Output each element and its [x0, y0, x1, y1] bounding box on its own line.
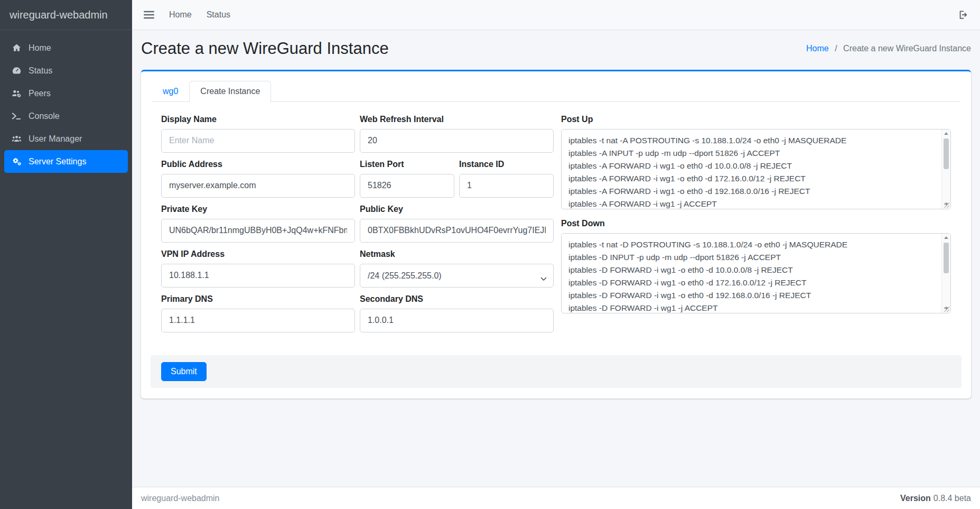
footer-version: Version0.8.4 beta — [900, 494, 971, 503]
post-up-label: Post Up — [561, 115, 951, 124]
footer-version-value: 0.8.4 beta — [934, 494, 971, 503]
content-area: Create a new WireGuard Instance Home / C… — [132, 30, 980, 487]
resize-grip-icon[interactable] — [944, 202, 949, 208]
form-footer: Submit — [151, 355, 962, 388]
sidebar-item-peers[interactable]: Peers — [4, 82, 128, 105]
public-address-label: Public Address — [161, 160, 355, 169]
secondary-dns-label: Secondary DNS — [360, 294, 554, 304]
secondary-dns-input[interactable] — [360, 309, 554, 332]
form-left-columns: Display Name Web Refresh Interval Public… — [161, 115, 554, 339]
scrollbar-thumb[interactable] — [944, 138, 949, 169]
sidebar-item-label: Home — [29, 43, 51, 53]
breadcrumb-separator: / — [835, 44, 837, 53]
brand-title: wireguard-webadmin — [0, 0, 132, 30]
netmask-label: Netmask — [360, 249, 554, 259]
web-refresh-interval-input[interactable] — [360, 129, 554, 153]
private-key-label: Private Key — [161, 205, 355, 214]
public-key-label: Public Key — [360, 205, 554, 214]
tab-bar: wg0 Create Instance — [152, 81, 960, 102]
tab-wg0[interactable]: wg0 — [152, 81, 189, 102]
display-name-label: Display Name — [161, 115, 355, 124]
terminal-icon — [11, 111, 22, 121]
home-icon — [11, 43, 22, 53]
web-refresh-interval-label: Web Refresh Interval — [360, 115, 554, 124]
scroll-up-arrow-icon[interactable] — [942, 234, 950, 242]
menu-icon[interactable] — [144, 11, 154, 19]
instance-form: Display Name Web Refresh Interval Public… — [152, 102, 960, 388]
page-footer: wireguard-webadmin Version0.8.4 beta — [132, 487, 980, 509]
page-title: Create a new WireGuard Instance — [141, 39, 389, 59]
sidebar-item-status[interactable]: Status — [4, 59, 128, 82]
sidebar-item-label: User Manager — [29, 134, 82, 144]
listen-port-input[interactable] — [360, 174, 454, 198]
submit-button[interactable]: Submit — [161, 362, 207, 381]
scroll-up-arrow-icon[interactable] — [942, 129, 950, 138]
public-key-input[interactable] — [360, 219, 554, 243]
footer-version-label: Version — [900, 494, 931, 503]
display-name-input[interactable] — [161, 129, 355, 153]
instance-id-label: Instance ID — [459, 160, 554, 169]
sidebar-item-user-manager[interactable]: User Manager — [4, 127, 128, 150]
resize-grip-icon[interactable] — [944, 307, 949, 312]
gears-icon — [11, 156, 22, 166]
scrollbar-thumb[interactable] — [944, 243, 949, 273]
listen-port-label: Listen Port — [360, 160, 454, 169]
netmask-select[interactable]: /24 (255.255.255.0) — [360, 264, 554, 288]
sidebar-nav: Home Status Peers Console User Manager — [0, 30, 132, 179]
private-key-input[interactable] — [161, 219, 355, 243]
users-gear-icon — [11, 88, 22, 98]
instance-id-input[interactable] — [459, 174, 554, 198]
top-navbar: Home Status — [132, 0, 980, 30]
footer-brand: wireguard-webadmin — [141, 494, 220, 503]
users-icon — [11, 134, 22, 144]
instance-card: wg0 Create Instance Display Name Web Ref… — [141, 70, 971, 399]
topnav-link-status[interactable]: Status — [207, 10, 230, 20]
breadcrumb-current: Create a new WireGuard Instance — [843, 44, 971, 53]
sidebar-item-label: Peers — [29, 89, 51, 98]
post-down-label: Post Down — [561, 219, 951, 228]
post-down-textarea[interactable]: iptables -t nat -D POSTROUTING -s 10.188… — [561, 233, 951, 313]
sidebar-item-label: Status — [29, 66, 52, 76]
post-up-textarea[interactable]: iptables -t nat -A POSTROUTING -s 10.188… — [561, 129, 951, 209]
sidebar-item-console[interactable]: Console — [4, 105, 128, 127]
tab-create-instance[interactable]: Create Instance — [189, 81, 271, 102]
public-address-input[interactable] — [161, 174, 355, 198]
sidebar-item-home[interactable]: Home — [4, 36, 128, 59]
sidebar: wireguard-webadmin Home Status Peers Con… — [0, 0, 132, 509]
form-right-column: Post Up iptables -t nat -A POSTROUTING -… — [561, 115, 951, 339]
primary-dns-input[interactable] — [161, 309, 355, 332]
sign-out-icon[interactable] — [958, 10, 968, 20]
breadcrumb: Home / Create a new WireGuard Instance — [806, 39, 971, 53]
gauge-icon — [11, 66, 22, 76]
sidebar-item-server-settings[interactable]: Server Settings — [4, 150, 128, 173]
topnav-link-home[interactable]: Home — [169, 10, 192, 20]
post-down-scrollbar[interactable] — [941, 234, 950, 313]
main-area: Home Status Create a new WireGuard Insta… — [132, 0, 980, 509]
breadcrumb-home-link[interactable]: Home — [806, 44, 829, 53]
page-header: Create a new WireGuard Instance Home / C… — [141, 39, 971, 59]
primary-dns-label: Primary DNS — [161, 294, 355, 304]
vpn-ip-address-label: VPN IP Address — [161, 249, 355, 259]
sidebar-item-label: Console — [29, 112, 60, 121]
sidebar-item-label: Server Settings — [29, 157, 86, 166]
post-up-scrollbar[interactable] — [941, 129, 950, 209]
vpn-ip-address-input[interactable] — [161, 264, 355, 288]
